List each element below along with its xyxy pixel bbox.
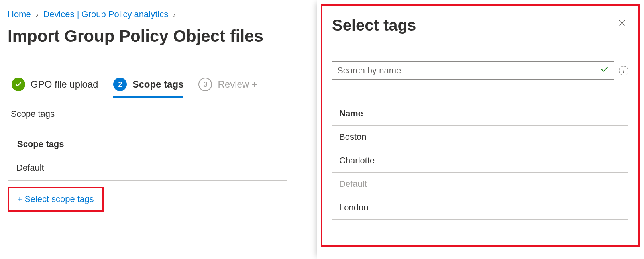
step-scope-tags[interactable]: 2 Scope tags xyxy=(113,78,183,98)
main-content: Home › Devices | Group Policy analytics … xyxy=(0,0,303,212)
info-icon[interactable]: i xyxy=(619,66,628,75)
plus-icon: + xyxy=(17,194,22,204)
step-label: Review + xyxy=(218,79,257,90)
breadcrumb: Home › Devices | Group Policy analytics … xyxy=(8,9,303,20)
step-review[interactable]: 3 Review + xyxy=(198,78,257,91)
check-icon xyxy=(12,78,25,91)
checkmark-icon xyxy=(600,65,609,76)
step-number-icon: 2 xyxy=(113,78,127,91)
close-icon xyxy=(617,18,627,28)
list-item: Default xyxy=(332,173,628,196)
search-box[interactable] xyxy=(332,61,614,80)
breadcrumb-home[interactable]: Home xyxy=(8,9,31,20)
highlight-box: + Select scope tags xyxy=(8,187,104,212)
panel-title: Select tags xyxy=(332,16,416,34)
step-label: Scope tags xyxy=(132,79,183,90)
list-item[interactable]: Boston xyxy=(332,126,628,149)
step-gpo-upload[interactable]: GPO file upload xyxy=(12,78,98,91)
close-button[interactable] xyxy=(616,16,628,31)
list-column-header: Name xyxy=(332,108,628,126)
chevron-right-icon: › xyxy=(173,10,176,19)
page-title: Import Group Policy Object files xyxy=(8,27,303,46)
chevron-right-icon: › xyxy=(36,10,39,19)
link-label: Select scope tags xyxy=(25,194,94,204)
list-item[interactable]: Charlotte xyxy=(332,149,628,173)
table-column-header: Scope tags xyxy=(8,139,287,155)
section-heading: Scope tags xyxy=(11,109,303,119)
select-scope-tags-link[interactable]: + Select scope tags xyxy=(17,194,94,204)
list-item[interactable]: London xyxy=(332,196,628,220)
breadcrumb-devices[interactable]: Devices | Group Policy analytics xyxy=(43,9,168,20)
table-row[interactable]: Default xyxy=(8,155,287,181)
step-label: GPO file upload xyxy=(31,79,98,90)
select-tags-panel: Select tags i Name BostonCharlotteDefaul… xyxy=(321,4,640,247)
wizard-steps: GPO file upload 2 Scope tags 3 Review + xyxy=(12,78,303,91)
search-input[interactable] xyxy=(337,65,600,76)
step-number-icon: 3 xyxy=(198,78,212,91)
